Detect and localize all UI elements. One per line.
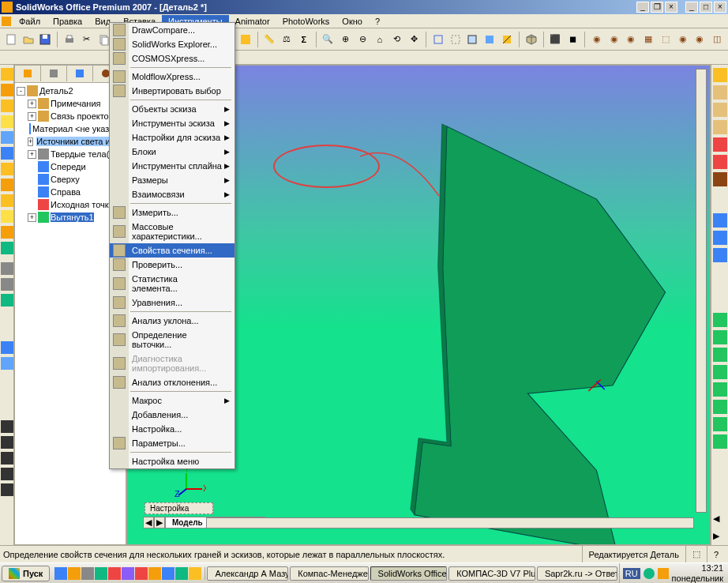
point-icon[interactable] [713, 172, 727, 186]
cs-icon[interactable] [713, 155, 727, 169]
viewport-label[interactable]: Настройка [144, 502, 213, 514]
render4-button[interactable]: ▦ [640, 31, 656, 48]
tree-node[interactable]: +Источники света и кам [17, 135, 124, 148]
rel3-icon[interactable] [713, 348, 727, 362]
zoom-in-button[interactable]: ⊕ [337, 31, 353, 48]
rel7-icon[interactable] [713, 417, 727, 431]
taskbar-task[interactable]: КОМПАС-3D V7 Plus (ЗА... [448, 566, 535, 581]
menu-item[interactable]: Параметры... [110, 436, 235, 450]
menu-photoworks[interactable]: PhotoWorks [276, 15, 336, 28]
sweep-icon[interactable] [1, 100, 13, 112]
mass-props-button[interactable]: ⚖ [279, 31, 295, 48]
view-hidden-button[interactable] [448, 31, 463, 48]
menu-item[interactable]: Инвертировать выбор [110, 84, 235, 98]
circle-icon[interactable] [1, 452, 13, 465]
dim-icon[interactable] [713, 213, 727, 228]
taskbar-task[interactable]: Компас-Менеджер 5.11 [290, 566, 368, 581]
print-button[interactable] [62, 31, 77, 48]
rel2-icon[interactable] [713, 330, 727, 344]
tree-node[interactable]: Справа [17, 186, 124, 198]
render1-button[interactable]: ◉ [589, 31, 605, 48]
arrow-left-icon[interactable]: ◀ [713, 513, 727, 528]
save-button[interactable] [38, 31, 54, 48]
menu-item[interactable]: DrawCompare... [110, 23, 235, 37]
tree-node[interactable]: +Связь проектов [17, 110, 124, 122]
render2-button[interactable]: ◉ [606, 31, 622, 48]
tree-node[interactable]: +Примечания [17, 97, 124, 110]
ql-11-icon[interactable] [189, 567, 201, 580]
menu-item[interactable]: Массовые характеристики... [110, 220, 235, 243]
render6-button[interactable]: ◉ [675, 31, 691, 48]
rel8-icon[interactable] [713, 434, 727, 449]
menu-item[interactable]: COSMOSXpress... [110, 51, 235, 66]
minimize-button[interactable]: _ [685, 2, 698, 13]
menu-item[interactable]: Статистика элемента... [110, 272, 235, 295]
hole-icon[interactable] [1, 242, 13, 254]
measure-button[interactable]: 📏 [261, 31, 277, 48]
ql-5-icon[interactable] [108, 567, 121, 580]
gtol-icon[interactable] [713, 248, 727, 262]
rect-icon[interactable] [1, 436, 13, 449]
ql-10-icon[interactable] [175, 567, 188, 580]
expand-icon[interactable]: + [28, 137, 33, 146]
menu-окно[interactable]: Окно [336, 15, 369, 28]
tree-node[interactable]: +Твердые тела(1) [17, 148, 124, 160]
line-sktch-icon[interactable] [1, 420, 13, 433]
shell-icon[interactable] [1, 210, 13, 223]
ql-6-icon[interactable] [122, 567, 134, 580]
menu-item[interactable]: Анализ уклона... [110, 314, 235, 328]
expand-icon[interactable]: + [28, 100, 36, 108]
iso-view-button[interactable] [523, 31, 539, 48]
menu-item[interactable]: Объекты эскиза▶ [110, 102, 235, 116]
ql-desktop-icon[interactable] [81, 567, 94, 580]
menu-item[interactable]: Анализ отклонения... [110, 375, 235, 389]
view-wireframe-button[interactable] [430, 31, 446, 48]
tray-icon1[interactable] [644, 568, 655, 579]
display-button[interactable]: ⬛ [547, 31, 563, 48]
menu-item[interactable]: SolidWorks Explorer... [110, 37, 235, 51]
revolve-icon[interactable] [1, 84, 13, 96]
vtab-prev[interactable]: ◀ [143, 517, 154, 528]
start-button[interactable]: Пуск [2, 566, 50, 581]
expand-icon[interactable]: - [17, 87, 25, 96]
loft-icon[interactable] [1, 115, 13, 128]
menu-item[interactable]: Добавления... [110, 408, 235, 422]
menu-item[interactable]: Измерить... [110, 205, 235, 220]
texture-button[interactable] [238, 31, 253, 48]
ql-7-icon[interactable] [135, 567, 148, 580]
rotate-button[interactable]: ⟲ [389, 31, 405, 48]
tree-node[interactable]: Материал <не указан> [17, 122, 124, 135]
maximize-button[interactable]: □ [700, 2, 712, 13]
render3-button[interactable]: ◉ [623, 31, 639, 48]
scrollbar-vertical[interactable] [696, 69, 707, 513]
plane-top-icon[interactable] [713, 103, 727, 117]
close-button[interactable]: × [714, 2, 726, 13]
menu-?[interactable]: ? [369, 15, 386, 28]
menu-item[interactable]: Проверить... [110, 258, 235, 272]
tree-tab-config[interactable] [67, 66, 93, 81]
vtab-model[interactable]: Модель [165, 517, 210, 528]
cut-revolve-icon[interactable] [1, 147, 13, 160]
menu-файл[interactable]: Файл [13, 15, 47, 28]
tree-node[interactable]: +Вытянуть1 [17, 211, 124, 224]
menu-item[interactable]: Размеры▶ [110, 173, 235, 187]
plane-front-icon[interactable] [713, 85, 727, 100]
menu-item[interactable]: Настройки для эскиза▶ [110, 130, 235, 145]
arc-icon[interactable] [1, 468, 13, 480]
render7-button[interactable]: ◉ [692, 31, 707, 48]
tree-tab-property[interactable] [41, 66, 67, 81]
taskbar-task[interactable]: Александр А Мазунин ... [207, 566, 288, 581]
tree-node[interactable]: -Деталь2 [17, 85, 124, 97]
open-button[interactable] [21, 31, 36, 48]
ql-4-icon[interactable] [95, 567, 107, 580]
tray-clock[interactable]: 13:21 понедельник [672, 563, 723, 582]
taskbar-task[interactable]: SolidWorks Office Pre... [370, 566, 448, 581]
view-shaded-edges-button[interactable] [465, 31, 481, 48]
expand-icon[interactable]: + [28, 150, 36, 159]
fillet-icon[interactable] [1, 163, 13, 175]
render5-button[interactable]: ⬚ [658, 31, 674, 48]
close-inner-button[interactable]: × [665, 2, 677, 13]
ql-9-icon[interactable] [162, 567, 174, 580]
ql-8-icon[interactable] [148, 567, 161, 580]
expand-icon[interactable]: + [28, 213, 36, 222]
